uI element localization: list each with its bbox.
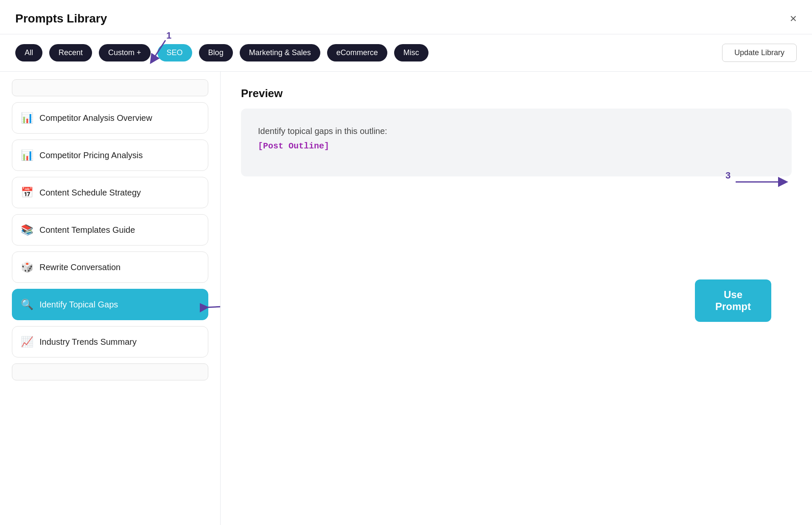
selected-item-wrapper: 🔍 Identify Topical Gaps 2 bbox=[12, 289, 208, 326]
prompt-item-industry-trends[interactable]: 📈 Industry Trends Summary bbox=[12, 326, 208, 357]
identify-topical-gaps-icon: 🔍 bbox=[21, 299, 34, 310]
use-prompt-button[interactable]: Use Prompt bbox=[695, 279, 771, 322]
prompts-library-modal: Prompts Library × 1 All Recent Custom + … bbox=[0, 0, 812, 525]
identify-topical-gaps-label: Identify Topical Gaps bbox=[39, 300, 118, 310]
main-content: 📊 Competitor Analysis Overview 📊 Competi… bbox=[0, 72, 812, 525]
competitor-pricing-icon: 📊 bbox=[21, 149, 34, 161]
preview-text: Identify topical gaps in this outline: bbox=[258, 126, 387, 136]
preview-title: Preview bbox=[241, 87, 792, 100]
preview-box: Identify topical gaps in this outline: [… bbox=[241, 109, 792, 176]
rewrite-conversation-label: Rewrite Conversation bbox=[39, 262, 120, 272]
svg-text:3: 3 bbox=[725, 170, 731, 181]
filter-chip-marketing[interactable]: Marketing & Sales bbox=[240, 44, 320, 61]
industry-trends-icon: 📈 bbox=[21, 336, 34, 348]
use-prompt-area: 3 Use Prompt bbox=[724, 169, 792, 195]
content-templates-icon: 📚 bbox=[21, 224, 34, 236]
close-button[interactable]: × bbox=[790, 13, 797, 25]
filter-chip-recent[interactable]: Recent bbox=[49, 44, 92, 61]
modal-title: Prompts Library bbox=[15, 12, 107, 25]
rewrite-conversation-icon: 🎲 bbox=[21, 261, 34, 273]
content-schedule-label: Content Schedule Strategy bbox=[39, 188, 141, 198]
prompt-item-rewrite-conversation[interactable]: 🎲 Rewrite Conversation bbox=[12, 251, 208, 283]
competitor-analysis-icon: 📊 bbox=[21, 112, 34, 124]
filter-chip-custom[interactable]: Custom + bbox=[99, 44, 151, 61]
prompt-item-competitor-analysis[interactable]: 📊 Competitor Analysis Overview bbox=[12, 102, 208, 134]
sidebar: 📊 Competitor Analysis Overview 📊 Competi… bbox=[0, 72, 221, 525]
sidebar-scroll-bottom bbox=[12, 363, 208, 380]
competitor-analysis-label: Competitor Analysis Overview bbox=[39, 113, 152, 123]
filter-chip-ecommerce[interactable]: eCommerce bbox=[327, 44, 387, 61]
filter-chip-all[interactable]: All bbox=[15, 44, 42, 61]
prompt-item-competitor-pricing[interactable]: 📊 Competitor Pricing Analysis bbox=[12, 140, 208, 171]
competitor-pricing-label: Competitor Pricing Analysis bbox=[39, 151, 143, 160]
modal-header: Prompts Library × bbox=[0, 0, 812, 34]
right-panel: Preview Identify topical gaps in this ou… bbox=[221, 72, 812, 525]
filter-chip-seo[interactable]: SEO bbox=[157, 44, 192, 61]
annotation-3-arrow: 3 bbox=[724, 169, 792, 195]
prompt-item-content-templates[interactable]: 📚 Content Templates Guide bbox=[12, 214, 208, 246]
industry-trends-label: Industry Trends Summary bbox=[39, 337, 137, 347]
content-schedule-icon: 📅 bbox=[21, 187, 34, 198]
filter-chip-blog[interactable]: Blog bbox=[199, 44, 233, 61]
prompt-item-identify-topical-gaps[interactable]: 🔍 Identify Topical Gaps bbox=[12, 289, 208, 320]
filter-bar: 1 All Recent Custom + SEO Blog Marketing… bbox=[0, 34, 812, 72]
prompt-item-content-schedule[interactable]: 📅 Content Schedule Strategy bbox=[12, 177, 208, 208]
update-library-button[interactable]: Update Library bbox=[722, 44, 797, 62]
filter-chip-misc[interactable]: Misc bbox=[394, 44, 428, 61]
content-templates-label: Content Templates Guide bbox=[39, 225, 135, 235]
sidebar-scroll-top bbox=[12, 79, 208, 96]
preview-variable: [Post Outline] bbox=[258, 141, 329, 151]
